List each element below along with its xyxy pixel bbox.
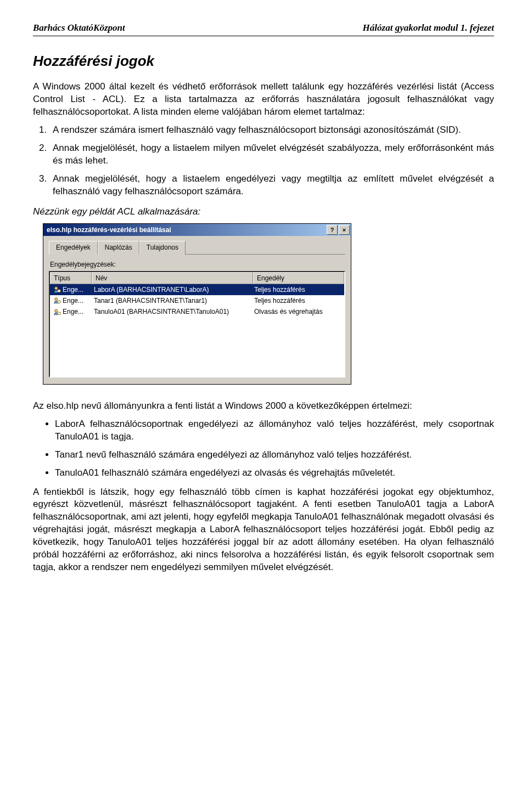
tab-strip: Engedélyek Naplózás Tulajdonos [49,240,345,254]
svg-point-4 [55,309,58,312]
header-left: Barhács OktatóKözpont [33,22,125,35]
tab-auditing[interactable]: Naplózás [98,241,139,254]
close-button[interactable]: × [339,225,350,235]
help-button[interactable]: ? [327,225,338,235]
header-right: Hálózat gyakorlat modul 1. fejezet [363,22,494,35]
tab-permissions[interactable]: Engedélyek [49,241,98,254]
cell-name: TanuloA01 (BARHACSINTRANET\TanuloA01) [91,307,251,317]
numbered-list: A rendszer számára ismert felhasználó va… [49,124,494,198]
permission-listview[interactable]: Típus Név Engedély Enge...LaborA (BARHAC… [49,271,345,377]
example-label: Nézzünk egy példát ACL alkalmazására: [33,206,494,218]
table-row[interactable]: Enge...TanuloA01 (BARHACSINTRANET\Tanulo… [50,306,344,317]
svg-rect-5 [58,312,60,314]
dialog-body: Engedélyek Naplózás Tulajdonos Engedélyb… [43,236,351,384]
bullet-list: LaborA felhasználócsoportnak engedélyezi… [55,418,494,480]
cell-type: Enge... [50,296,91,306]
svg-point-0 [55,287,58,290]
dialog-titlebar[interactable]: elso.hlp hozzáférés-vezérlési beállítása… [43,224,351,236]
cell-permission: Teljes hozzáférés [251,296,344,306]
user-icon [53,308,61,316]
interpretation-intro: Az elso.hlp nevű állományunkra a fenti l… [33,400,494,413]
cell-type: Enge... [50,285,91,295]
list-item: Tanar1 nevű felhasználó számára engedély… [55,449,494,461]
list-item: TanuloA01 felhasználó számára engedélyez… [55,467,494,480]
list-item: LaborA felhasználócsoportnak engedélyezi… [55,418,494,443]
dialog-title: elso.hlp hozzáférés-vezérlési beállítása… [47,225,326,234]
svg-rect-1 [58,290,60,292]
list-item: A rendszer számára ismert felhasználó va… [49,124,494,137]
section-title: Hozzáférési jogok [33,52,494,71]
cell-name: LaborA (BARHACSINTRANET\LaborA) [91,285,251,295]
list-item: Annak megjelölését, hogy a listaelem eng… [49,173,494,198]
table-row[interactable]: Enge...LaborA (BARHACSINTRANET\LaborA)Te… [50,284,344,295]
column-permission[interactable]: Engedély [253,272,344,284]
tab-owner[interactable]: Tulajdonos [139,241,186,254]
acl-dialog: elso.hlp hozzáférés-vezérlési beállítása… [43,223,351,384]
list-label: Engedélybejegyzések: [50,260,345,269]
cell-name: Tanar1 (BARHACSINTRANET\Tanar1) [91,296,251,306]
column-name[interactable]: Név [92,272,253,284]
column-type[interactable]: Típus [50,272,92,284]
cell-permission: Olvasás és végrehajtás [251,307,344,317]
intro-paragraph: A Windows 2000 által kezelt és védhető e… [33,81,494,119]
user-icon [53,286,61,294]
user-icon [53,297,61,304]
table-row[interactable]: Enge...Tanar1 (BARHACSINTRANET\Tanar1)Te… [50,295,344,306]
list-item: Annak megjelölését, hogy a listaelem mil… [49,142,494,167]
svg-point-2 [55,298,58,301]
cell-type: Enge... [50,307,91,317]
svg-rect-3 [58,301,60,303]
explanation-paragraph: A fentiekből is látszik, hogy egy felhas… [33,486,494,574]
page-header: Barhács OktatóKözpont Hálózat gyakorlat … [33,22,494,36]
listview-header: Típus Név Engedély [50,272,344,284]
cell-permission: Teljes hozzáférés [251,285,344,295]
